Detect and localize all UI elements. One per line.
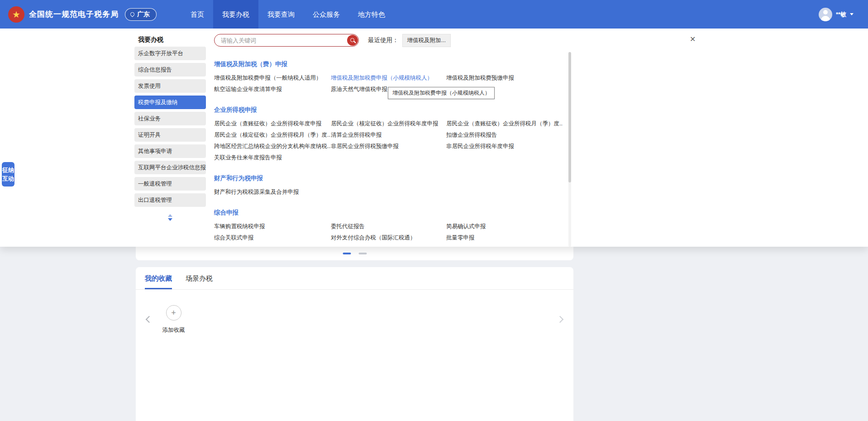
- top-bar: ★ 全国统一规范电子税务局 广东 首页我要办税我要查询公众服务地方特色 **敏: [0, 0, 868, 29]
- user-name: **敏: [836, 10, 846, 19]
- menu-item[interactable]: 车辆购置税纳税申报: [214, 221, 331, 232]
- menu-item[interactable]: 非居民企业所得税年度申报: [446, 141, 563, 152]
- section-items-comprehensive-filing: 车辆购置税纳税申报委托代征报告简易确认式申报综合关联式申报对外支付综合办税（国际…: [214, 221, 563, 244]
- menu-item[interactable]: 居民企业（核定征收）企业所得税年度申报: [331, 118, 446, 129]
- sidebar-item-invoice-use[interactable]: 发票使用: [134, 79, 206, 93]
- carousel-next-icon[interactable]: [557, 316, 564, 323]
- carousel-dots: [343, 253, 367, 254]
- national-emblem-logo: ★: [8, 6, 24, 23]
- sidebar-item-other-matters[interactable]: 其他事项申请: [134, 144, 206, 158]
- sidebar-item-general-refund[interactable]: 一般退税管理: [134, 177, 206, 191]
- caret-down-icon: [168, 218, 172, 221]
- recent-used-chip[interactable]: 增值税及附加...: [402, 34, 451, 47]
- add-favorite-label: 添加收藏: [157, 326, 191, 334]
- menu-item[interactable]: 航空运输企业年度清算申报: [214, 84, 331, 95]
- region-selector[interactable]: 广东: [125, 8, 157, 21]
- menu-item[interactable]: 增值税及附加税费申报（一般纳税人适用）: [214, 72, 331, 84]
- menu-search-row: 最近使用： 增值税及附加...: [214, 34, 572, 47]
- sidebar-item-info-report[interactable]: 综合信息报告: [134, 63, 206, 77]
- site-title: 全国统一规范电子税务局: [29, 9, 119, 19]
- sidebar-item-social-security[interactable]: 社保业务: [134, 112, 206, 125]
- section-title-comprehensive-filing: 综合申报: [214, 209, 563, 217]
- mega-menu-sidebar: 我要办税 乐企数字开放平台综合信息报告发票使用税费申报及缴纳社保业务证明开具其他…: [134, 29, 207, 247]
- sidebar-list: 乐企数字开放平台综合信息报告发票使用税费申报及缴纳社保业务证明开具其他事项申请互…: [134, 47, 207, 207]
- menu-item[interactable]: 对外支付综合办税（国际汇税通）: [331, 232, 446, 244]
- section-title-property-behavior-tax: 财产和行为税申报: [214, 174, 563, 182]
- main-nav: 首页我要办税我要查询公众服务地方特色: [181, 0, 394, 29]
- sidebar-item-leqi-platform[interactable]: 乐企数字开放平台: [134, 47, 206, 60]
- menu-item[interactable]: 增值税及附加税费申报（小规模纳税人）: [331, 72, 446, 84]
- nav-item-home[interactable]: 首页: [181, 0, 213, 29]
- menu-item[interactable]: 清算企业所得税申报: [331, 129, 446, 141]
- menu-item[interactable]: 跨地区经营汇总纳税企业的分支机构年度纳税...: [214, 141, 331, 152]
- menu-item[interactable]: 委托代征报告: [331, 221, 446, 232]
- nav-item-public-service[interactable]: 公众服务: [304, 0, 349, 29]
- menu-scrollbar[interactable]: [568, 52, 571, 247]
- recent-used-label: 最近使用：: [368, 36, 399, 44]
- region-label: 广东: [137, 10, 150, 19]
- menu-item[interactable]: 简易确认式申报: [446, 221, 563, 232]
- sidebar-item-export-refund[interactable]: 出口退税管理: [134, 193, 206, 207]
- nav-item-local-features[interactable]: 地方特色: [349, 0, 394, 29]
- menu-scrollbar-thumb[interactable]: [568, 52, 571, 182]
- sidebar-item-tax-filing-payment[interactable]: 税费申报及缴纳: [134, 96, 206, 109]
- nav-item-my-tax[interactable]: 我要办税: [213, 0, 258, 29]
- section-title-corporate-income-tax: 企业所得税申报: [214, 106, 563, 114]
- section-items-corporate-income-tax: 居民企业（查账征收）企业所得税年度申报居民企业（核定征收）企业所得税年度申报居民…: [214, 118, 563, 163]
- user-menu[interactable]: **敏: [819, 8, 854, 21]
- close-icon[interactable]: ✕: [690, 35, 696, 43]
- search-icon: [350, 38, 354, 42]
- favorites-tabs: 我的收藏场景办税: [136, 267, 573, 290]
- menu-item[interactable]: 财产和行为税税源采集及合并申报: [214, 187, 331, 198]
- plus-icon: +: [166, 305, 181, 321]
- search-input[interactable]: [221, 37, 345, 44]
- mega-menu-overlay: ✕ 我要办税 乐企数字开放平台综合信息报告发票使用税费申报及缴纳社保业务证明开具…: [0, 29, 868, 247]
- menu-item[interactable]: 增值税及附加税费预缴申报: [446, 72, 563, 84]
- nav-item-my-query[interactable]: 我要查询: [258, 0, 304, 29]
- mega-menu-content: 最近使用： 增值税及附加... 增值税及附加税（费）申报增值税及附加税费申报（一…: [207, 29, 572, 247]
- section-title-vat-surcharge-filing: 增值税及附加税（费）申报: [214, 60, 563, 68]
- sidebar-item-certificate-issue[interactable]: 证明开具: [134, 128, 206, 142]
- search-button[interactable]: [347, 35, 358, 46]
- menu-item[interactable]: 非居民企业所得税预缴申报: [331, 141, 446, 152]
- interaction-floating-tab[interactable]: 征纳互动: [2, 162, 14, 187]
- tab-my-favorites[interactable]: 我的收藏: [145, 274, 172, 289]
- menu-item[interactable]: 扣缴企业所得税报告: [446, 129, 563, 141]
- carousel-dot[interactable]: [358, 253, 367, 254]
- menu-item-tooltip: 增值税及附加税费申报（小规模纳税人）: [388, 87, 495, 99]
- menu-item[interactable]: 居民企业（查账征收）企业所得税年度申报: [214, 118, 331, 129]
- sidebar-title: 我要办税: [138, 35, 207, 44]
- menu-search-box: [214, 34, 359, 47]
- location-pin-icon: [129, 11, 135, 17]
- menu-item[interactable]: 关联业务往来年度报告申报: [214, 152, 331, 163]
- caret-up-icon: [168, 214, 172, 217]
- sidebar-item-internet-platform-report[interactable]: 互联网平台企业涉税信息报送: [134, 161, 206, 174]
- menu-item[interactable]: 居民企业（核定征收）企业所得税月（季）度...: [214, 129, 331, 141]
- add-favorite-button[interactable]: + 添加收藏: [157, 305, 191, 334]
- favorites-card: 我的收藏场景办税 + 添加收藏: [136, 267, 573, 421]
- menu-item[interactable]: 综合关联式申报: [214, 232, 331, 244]
- menu-item[interactable]: 批量零申报: [446, 232, 563, 244]
- section-items-property-behavior-tax: 财产和行为税税源采集及合并申报: [214, 187, 563, 198]
- carousel-dot[interactable]: [343, 253, 351, 254]
- menu-item[interactable]: 居民企业（查账征收）企业所得税月（季）度...: [446, 118, 563, 129]
- carousel-prev-icon[interactable]: [146, 316, 153, 323]
- tab-scenario-tax[interactable]: 场景办税: [186, 274, 213, 289]
- chevron-down-icon: [850, 13, 854, 15]
- sidebar-scroll-control[interactable]: [134, 214, 207, 221]
- user-avatar-icon: [819, 8, 832, 21]
